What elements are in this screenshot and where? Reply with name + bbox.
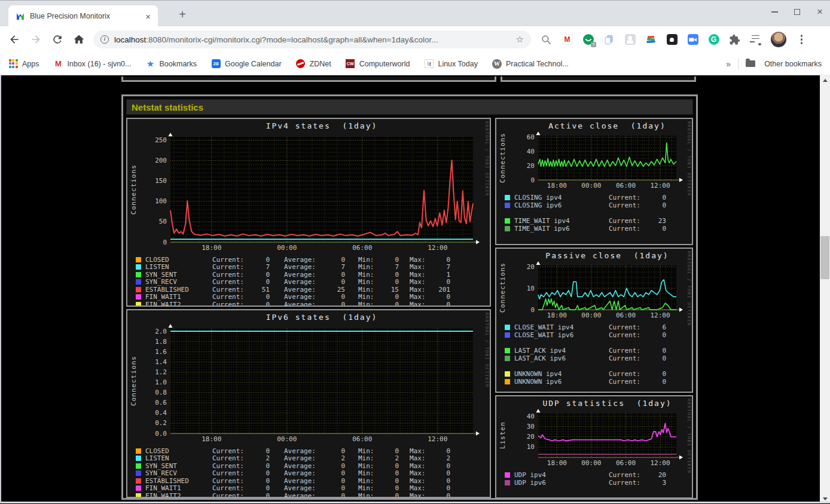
svg-text:18:00: 18:00 (202, 244, 221, 252)
udp-statistics-legend: UDP ipv4Current:20UDP ipv6Current:3 (496, 468, 692, 487)
svg-text:00:00: 00:00 (581, 311, 601, 319)
other-bookmarks[interactable]: Other bookmarks (746, 60, 822, 68)
page-scrollbar[interactable] (820, 75, 830, 503)
bookmark-star-icon[interactable]: ☆ (516, 34, 524, 45)
legend-swatch (505, 325, 510, 330)
svg-text:12:00: 12:00 (650, 459, 670, 467)
udp-statistics-chart: 1020304018:0000:0006:0012:00UDP statisti… (496, 396, 692, 468)
books-icon[interactable] (645, 34, 657, 45)
browser-tab[interactable]: Blue Precision Monitorix × (8, 5, 158, 27)
legend-swatch (136, 272, 141, 277)
avatar[interactable] (771, 32, 786, 47)
active-close-chart: 020406018:0000:0006:0012:00Active close … (496, 119, 692, 191)
legend-swatch (136, 257, 141, 262)
svg-text:20: 20 (527, 433, 535, 441)
media-playlist-icon[interactable] (750, 34, 761, 45)
svg-text:06:00: 06:00 (352, 244, 372, 252)
bookmark-practical-technology[interactable]: W Practical Technol... (492, 59, 569, 69)
bookmark-google-calendar[interactable]: 28 Google Calendar (211, 59, 282, 69)
legend-swatch (505, 371, 510, 377)
panel-passive-close[interactable]: 0102018:0000:0006:0012:00Passive close (… (495, 248, 693, 393)
window-bottom-frame (0, 502, 830, 503)
ipv4-states-chart: 05010015020025018:0000:0006:0012:00IPv4 … (127, 119, 490, 253)
panel-ipv4-states[interactable]: 05010015020025018:0000:0006:0012:00IPv4 … (126, 118, 491, 307)
legend-swatch (505, 218, 510, 224)
legend-row: ESTABLISHEDCurrent:0Average:0Min:0Max:0 (136, 477, 490, 485)
svg-text:1.2: 1.2 (155, 368, 167, 376)
extensions-puzzle-icon[interactable] (729, 34, 740, 45)
page-info-icon[interactable]: i (100, 35, 109, 44)
scrollbar-thumb[interactable] (820, 236, 829, 279)
legend-swatch (505, 332, 510, 338)
svg-text:12:00: 12:00 (428, 435, 447, 443)
gmail-icon: M (54, 59, 63, 69)
scrollbar-up-arrow[interactable] (820, 75, 830, 85)
svg-text:12:00: 12:00 (650, 182, 670, 190)
url-host: localhost (114, 35, 146, 44)
extensions-row: M ? G (541, 32, 807, 47)
keep-icon[interactable] (666, 34, 678, 45)
rrdtool-watermark: RRDTOOL / TOBI OETIKER (686, 121, 691, 197)
svg-text:20: 20 (527, 263, 535, 271)
maximize-button[interactable] (793, 8, 801, 16)
zdnet-icon (296, 59, 305, 68)
legend-swatch (136, 294, 141, 300)
camera-icon[interactable] (687, 34, 698, 45)
svg-text:UDP statistics (1day): UDP statistics (1day) (542, 399, 672, 408)
tab-title: Blue Precision Monitorix (30, 12, 143, 20)
voice-icon[interactable]: ? (582, 34, 594, 45)
legend-row: LAST_ACK ipv6Current:0 (505, 355, 692, 362)
legend-row: CLOSEDCurrent:0Average:0Min:0Max:0 (136, 256, 490, 264)
legend-row: FIN_WAIT1Current:0Average:0Min:0Max:0 (136, 294, 490, 301)
legend-row: LAST_ACK ipv4Current:0 (505, 347, 692, 355)
url-text[interactable]: localhost:8080/monitorix-cgi/monitorix.c… (114, 35, 511, 44)
back-button[interactable] (5, 30, 24, 49)
panel-udp-statistics[interactable]: 1020304018:0000:0006:0012:00UDP statisti… (495, 395, 693, 499)
profile-card-icon[interactable] (624, 34, 636, 45)
minimize-button[interactable] (770, 8, 779, 16)
gmail-icon[interactable]: M (562, 34, 573, 45)
legend-row: UNKNOWN ipv6Current:0 (505, 378, 692, 386)
svg-text:1.8: 1.8 (155, 338, 167, 346)
grammarly-icon[interactable]: G (708, 34, 719, 45)
reload-button[interactable] (48, 30, 67, 49)
url-bar[interactable]: i localhost:8080/monitorix-cgi/monitorix… (93, 30, 531, 48)
home-button[interactable] (69, 30, 89, 49)
window-close-button[interactable]: × (816, 8, 824, 16)
menu-kebab-icon[interactable] (796, 34, 807, 45)
panel-active-close[interactable]: 020406018:0000:0006:0012:00Active close … (495, 118, 693, 245)
bookmarks-overflow-chevron[interactable]: » (719, 59, 738, 69)
panel-ipv6-states[interactable]: 0.00.20.40.60.81.01.21.41.61.82.018:0000… (126, 309, 491, 498)
bookmark-linux-today[interactable]: lt Linux Today (424, 59, 478, 69)
bookmark-bookmarks[interactable]: ★ Bookmarks (146, 59, 197, 69)
legend-swatch (136, 279, 141, 285)
svg-text:00:00: 00:00 (277, 244, 297, 252)
bookmark-apps[interactable]: Apps (8, 59, 39, 69)
svg-text:0.8: 0.8 (155, 389, 167, 396)
linuxtoday-icon: lt (425, 59, 434, 68)
svg-text:10: 10 (527, 443, 535, 451)
passive-close-chart: 0102018:0000:0006:0012:00Passive close (… (496, 249, 692, 320)
svg-text:Listen: Listen (499, 421, 506, 449)
bookmark-zdnet[interactable]: ZDNet (296, 59, 331, 69)
svg-text:18:00: 18:00 (547, 311, 567, 319)
legend-row: SYN_RECVCurrent:0Average:0Min:0Max:0 (136, 279, 490, 286)
tab-close-icon[interactable]: × (143, 11, 153, 22)
bookmark-inbox[interactable]: M Inbox (16) - sjvn0... (54, 59, 132, 69)
svg-text:2.0: 2.0 (155, 328, 167, 335)
legend-row: UNKNOWN ipv4Current:0 (505, 370, 692, 378)
svg-text:18:00: 18:00 (547, 182, 567, 190)
active-close-legend: CLOSING ipv4Current:0CLOSING ipv6Current… (496, 191, 692, 233)
copy-icon[interactable] (603, 34, 615, 45)
search-icon[interactable] (541, 34, 552, 45)
forward-button[interactable] (26, 30, 45, 49)
legend-row: ESTABLISHEDCurrent:51Average:25Min:15Max… (136, 286, 490, 294)
legend-swatch (505, 348, 510, 353)
url-path: :8080/monitorix-cgi/monitorix.cgi?mode=l… (146, 35, 438, 44)
svg-text:IPv4 states (1day): IPv4 states (1day) (266, 121, 378, 130)
svg-text:06:00: 06:00 (352, 435, 372, 443)
rrdtool-watermark: RRDTOOL / TOBI OETIKER (686, 399, 691, 474)
bookmark-computerworld[interactable]: CW Computerworld (346, 59, 410, 69)
new-tab-button[interactable]: + (175, 7, 190, 23)
folder-icon (746, 60, 755, 67)
